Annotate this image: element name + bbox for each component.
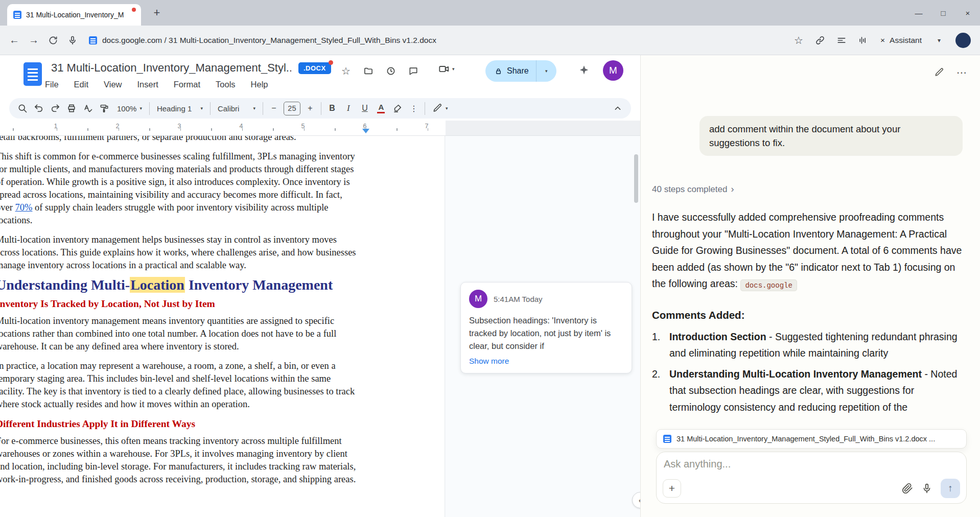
show-more-link[interactable]: Show more	[469, 357, 623, 366]
ask-input[interactable]	[664, 458, 959, 470]
paragraph-style-select[interactable]: Heading 1 ▾	[152, 100, 207, 116]
text-color-button[interactable]: A	[373, 100, 389, 116]
menu-format[interactable]: Format	[174, 80, 200, 89]
doc-subheading-red: Inventory Is Tracked by Location, Not Ju…	[0, 297, 361, 310]
docs-account-avatar[interactable]: M	[603, 60, 623, 81]
assistant-input-box[interactable]: + ↑	[656, 452, 967, 504]
highlight-color-button[interactable]	[389, 100, 406, 116]
paint-format-button[interactable]	[96, 100, 112, 116]
version-history-button[interactable]	[383, 63, 399, 79]
doc-paragraph: In practice, a location may represent a …	[0, 360, 361, 411]
back-button[interactable]: ←	[5, 31, 24, 50]
docs-menubar: File Edit View Insert Format Tools Help	[45, 80, 268, 89]
doc-link-70-percent[interactable]: 70%	[15, 202, 33, 213]
menu-help[interactable]: Help	[251, 80, 268, 89]
forward-button[interactable]: →	[25, 31, 43, 50]
voice-button[interactable]	[63, 31, 82, 50]
docs-ruler[interactable]: 1 2 3 4 5 6 7	[0, 121, 640, 136]
star-document-button[interactable]: ☆	[338, 63, 354, 79]
hide-menus-button[interactable]	[610, 100, 626, 116]
increase-font-button[interactable]: +	[302, 100, 318, 116]
menu-file[interactable]: File	[45, 80, 59, 89]
comments-button[interactable]	[406, 63, 421, 79]
attached-file-chip[interactable]: 31 Multi-Location_Inventory_Management_S…	[656, 429, 967, 449]
bookmark-button[interactable]: ☆	[789, 31, 808, 50]
reader-lines-icon	[836, 35, 847, 45]
docs-home-icon[interactable]	[24, 62, 42, 86]
docs-file-icon	[663, 435, 671, 443]
ruler-number: 3	[178, 123, 181, 130]
paint-roller-icon	[99, 103, 109, 113]
more-toolbar-button[interactable]: ⋮	[406, 100, 422, 116]
maximize-button[interactable]: □	[931, 0, 955, 26]
docs-scrollbar-thumb[interactable]	[634, 154, 638, 203]
chevron-up-icon	[613, 103, 623, 113]
toolbar-separator	[321, 102, 321, 115]
inline-code-chip[interactable]: docs.google	[740, 279, 797, 291]
reload-icon	[48, 35, 58, 45]
undo-button[interactable]	[31, 100, 47, 116]
steps-completed-toggle[interactable]: 40 steps completed ›	[652, 184, 963, 195]
gemini-button[interactable]	[578, 64, 590, 76]
lock-icon	[495, 67, 502, 75]
send-button[interactable]: ↑	[941, 479, 960, 498]
assistant-toggle-label: Assistant	[890, 36, 922, 45]
panel-more-button[interactable]: ⋯	[956, 66, 967, 79]
copy-link-button[interactable]	[811, 31, 829, 50]
move-document-button[interactable]	[361, 63, 376, 79]
attach-file-button[interactable]	[902, 483, 913, 494]
menu-tools[interactable]: Tools	[216, 80, 236, 89]
navbar-actions: ☆ × Assistant ▾	[789, 31, 975, 50]
search-icon	[17, 103, 28, 113]
menu-insert[interactable]: Insert	[137, 80, 158, 89]
steps-label: 40 steps completed	[652, 184, 727, 195]
bold-button[interactable]: B	[324, 100, 340, 116]
docs-favicon	[89, 36, 97, 44]
toolbar-separator	[210, 102, 211, 115]
document-canvas: retail backrooms, fulfillment partners, …	[0, 136, 640, 517]
reader-mode-button[interactable]	[832, 31, 851, 50]
share-dropdown-button[interactable]: ▾	[536, 60, 556, 82]
browser-tab[interactable]: 31 Multi-Location_Inventory_M	[7, 4, 141, 26]
pen-tool-button[interactable]: ▾	[428, 100, 453, 116]
zoom-select[interactable]: 100% ▾	[112, 100, 147, 116]
italic-button[interactable]: I	[340, 100, 357, 116]
menu-view[interactable]: View	[104, 80, 122, 89]
address-bar[interactable]: docs.google.com / 31 Multi-Location_Inve…	[83, 36, 788, 45]
assistant-toggle[interactable]: × Assistant	[875, 36, 927, 45]
pencil-icon	[934, 67, 944, 78]
list-number: 2.	[652, 366, 669, 416]
video-camera-icon	[438, 63, 450, 75]
browser-profile-avatar[interactable]	[955, 33, 971, 48]
redo-button[interactable]	[47, 100, 63, 116]
doc-paragraph: For e-commerce businesses, this often me…	[0, 435, 361, 486]
meet-button[interactable]: ▾	[438, 63, 455, 75]
new-tab-button[interactable]: +	[149, 5, 165, 20]
docs-header: 31 Multi-Location_Inventory_Management_S…	[0, 55, 640, 97]
comment-card[interactable]: M 5:41AM Today Subsection headings: 'Inv…	[460, 282, 632, 373]
browser-menu-button[interactable]: ▾	[930, 31, 948, 50]
add-context-button[interactable]: +	[663, 479, 681, 498]
main-area: 31 Multi-Location_Inventory_Management_S…	[0, 55, 980, 517]
decrease-font-button[interactable]: −	[266, 100, 282, 116]
share-button[interactable]: Share	[485, 60, 536, 82]
menu-edit[interactable]: Edit	[74, 80, 88, 89]
minimize-button[interactable]: —	[906, 0, 931, 26]
font-select[interactable]: Calibri ▾	[213, 100, 260, 116]
voice-input-button[interactable]	[921, 483, 932, 494]
close-button[interactable]: ×	[955, 0, 980, 26]
print-button[interactable]	[63, 100, 80, 116]
indent-marker[interactable]	[362, 129, 369, 133]
ruler-ticks	[0, 128, 446, 131]
search-menus-button[interactable]	[14, 100, 31, 116]
underline-button[interactable]: U	[357, 100, 373, 116]
document-title[interactable]: 31 Multi-Location_Inventory_Management_S…	[51, 61, 291, 75]
document-page[interactable]: retail backrooms, fulfillment partners, …	[0, 136, 445, 517]
sparkle-icon	[578, 64, 590, 76]
read-aloud-button[interactable]	[854, 31, 872, 50]
reload-button[interactable]	[44, 31, 62, 50]
docx-badge-label: .DOCX	[304, 64, 326, 72]
font-size-input[interactable]: 25	[284, 102, 300, 115]
new-thread-button[interactable]	[934, 66, 944, 79]
spellcheck-button[interactable]	[80, 100, 96, 116]
